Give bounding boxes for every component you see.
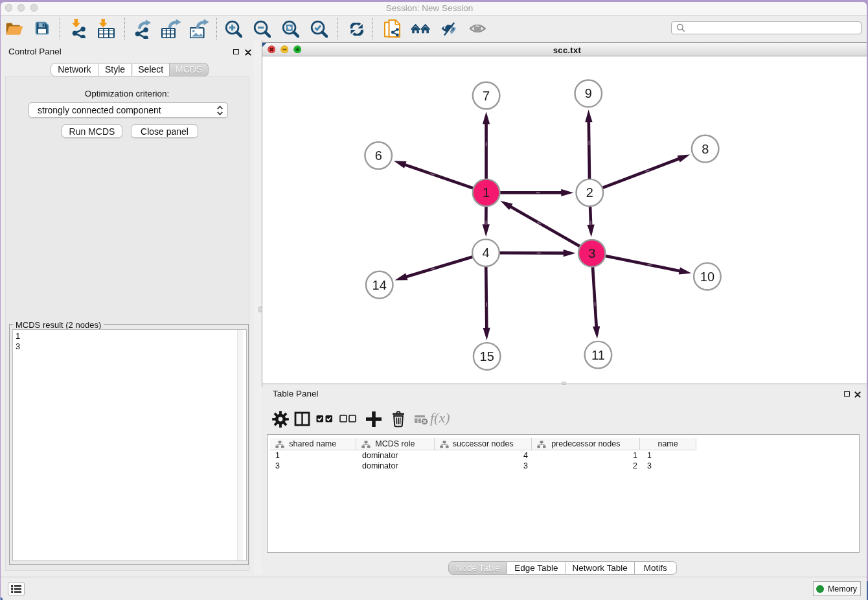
svg-text:15: 15 xyxy=(480,349,494,363)
svg-text:2: 2 xyxy=(586,185,593,200)
svg-text:9: 9 xyxy=(585,86,592,100)
svg-text:6: 6 xyxy=(375,148,382,163)
svg-text:7: 7 xyxy=(483,89,490,103)
svg-text:14: 14 xyxy=(372,278,387,292)
svg-text:11: 11 xyxy=(591,348,605,362)
svg-text:4: 4 xyxy=(482,246,489,260)
svg-text:8: 8 xyxy=(702,142,709,156)
svg-text:1: 1 xyxy=(483,185,490,200)
svg-text:10: 10 xyxy=(700,270,714,284)
svg-text:3: 3 xyxy=(588,246,595,260)
